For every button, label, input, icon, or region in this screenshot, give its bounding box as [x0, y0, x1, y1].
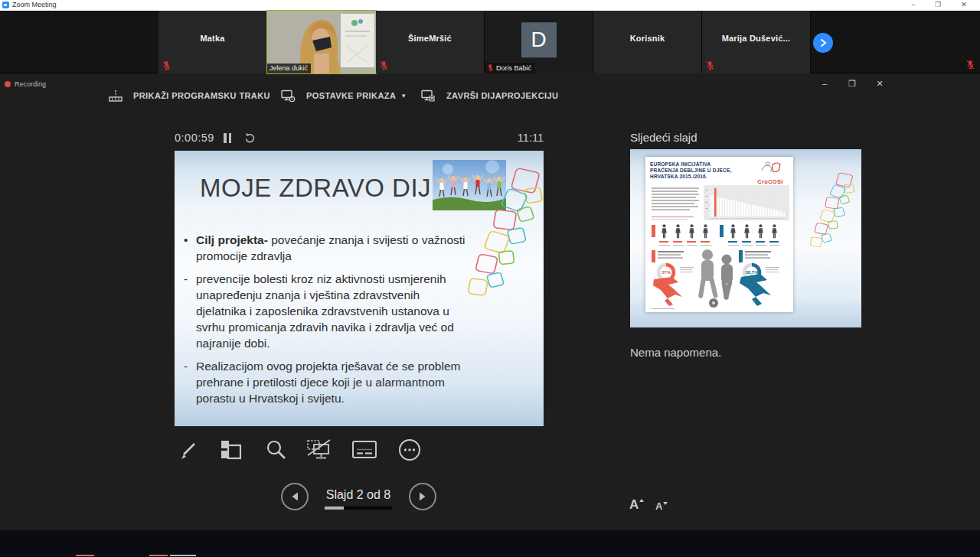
- arrow-left-icon: [290, 491, 299, 502]
- presentation-timer: 0:00:59: [175, 132, 214, 144]
- show-taskbar-label: PRIKAŽI PROGRAMSKU TRAKU: [133, 91, 270, 100]
- previous-slide-button[interactable]: [281, 483, 309, 510]
- end-slideshow-button[interactable]: ZAVRŠI DIJAPROJEKCIJU: [420, 86, 558, 106]
- participant-name: Marija Dušević...: [702, 34, 810, 43]
- participant-tile-sime[interactable]: ŠimeMršić: [376, 11, 485, 73]
- zoom-slide-button[interactable]: [263, 436, 290, 464]
- zoom-app-icon: [2, 2, 9, 8]
- bullet-marker: -: [184, 271, 196, 351]
- croatia-map-red: [652, 275, 688, 309]
- presenter-close-button[interactable]: ✕: [870, 77, 890, 90]
- pen-icon: [177, 439, 198, 461]
- show-taskbar-button[interactable]: PRIKAŽI PROGRAMSKU TRAKU: [108, 86, 270, 106]
- restart-icon: [243, 132, 256, 144]
- black-screen-button[interactable]: [305, 436, 333, 464]
- avatar: D: [521, 22, 557, 57]
- person-icon: [702, 224, 709, 239]
- participant-strip: Matka Jelena dukić: [0, 11, 980, 73]
- font-decrease-label: A: [655, 500, 662, 512]
- offscreen-participant-mic-icon: [966, 60, 975, 70]
- crocosi-logo: CroCOSI: [751, 160, 789, 185]
- font-decrease-button[interactable]: A: [655, 500, 668, 512]
- decorative-squares: [799, 171, 855, 256]
- restart-timer-button[interactable]: [243, 132, 256, 144]
- minimize-button[interactable]: –: [903, 0, 923, 10]
- next-slide-thumbnail[interactable]: EUROPSKA INICIJATIVA PRAĆENJA DEBLJINE U…: [630, 149, 861, 327]
- taskbar-icon: [108, 89, 123, 103]
- taskbar: HRV 11:11 25.12.2020: [0, 530, 980, 557]
- slide-bullet: - prevencije bolesti kroz niz aktivnosti…: [184, 271, 469, 351]
- mic-muted-icon: [162, 60, 171, 70]
- more-options-button[interactable]: [396, 436, 423, 464]
- person-icon: [771, 224, 778, 239]
- participant-name: Korisnik: [593, 34, 701, 43]
- screen-toggle-icon: [306, 438, 332, 461]
- participant-tile-marija[interactable]: Marija Dušević...: [702, 11, 811, 73]
- next-slide-button[interactable]: [409, 483, 436, 510]
- arrow-right-icon: [418, 491, 427, 502]
- slide-bullet: • Cilj projekta- povećanje znanja i svij…: [184, 232, 469, 264]
- bullet-text: Cilj projekta- povećanje znanja i svijes…: [196, 232, 469, 264]
- croatia-map-blue: [737, 272, 776, 310]
- magnifier-icon: [265, 438, 288, 461]
- participant-name: ŠimeMršić: [376, 34, 484, 43]
- display-settings-button[interactable]: POSTAVKE PRIKAZA ▼: [280, 86, 407, 106]
- avatar-initial: D: [531, 28, 546, 52]
- bullet-text: prevencije bolesti kroz niz aktivnosti u…: [196, 271, 469, 351]
- close-button[interactable]: ✕: [954, 0, 974, 10]
- participant-tile-doris[interactable]: D Doris Babić: [485, 11, 593, 73]
- recording-dot-icon: [5, 81, 11, 87]
- participant-name: Matka: [158, 34, 266, 43]
- chrome-running-indicator: [149, 555, 168, 556]
- mic-muted-icon: [706, 60, 714, 70]
- person-icon: [675, 224, 681, 239]
- bullet-marker: •: [184, 232, 196, 264]
- notes-placeholder: Nema napomena.: [630, 346, 721, 359]
- person-icon: [743, 224, 750, 239]
- display-settings-label: POSTAVKE PRIKAZA: [306, 91, 396, 100]
- participant-nametag: Doris Babić: [485, 63, 534, 73]
- display-settings-icon: [280, 89, 296, 103]
- triangle-up-icon: [639, 499, 644, 502]
- zoom-running-indicator: [170, 555, 196, 556]
- person-icon: [688, 224, 695, 239]
- bullet-text: Realizacijom ovog projekta rješavat će s…: [196, 358, 469, 406]
- presenter-restore-button[interactable]: ❐: [842, 77, 862, 90]
- slides-grid-icon: [220, 438, 243, 461]
- slide-progress-bar: [325, 507, 392, 510]
- participant-tile-matka[interactable]: Matka: [158, 11, 267, 73]
- recording-indicator: Recording: [5, 80, 46, 88]
- next-slide-poster: EUROPSKA INICIJATIVA PRAĆENJA DEBLJINE U…: [645, 157, 793, 312]
- window-title: Zoom Meeting: [12, 1, 57, 8]
- font-increase-label: A: [629, 497, 639, 513]
- pen-tool-button[interactable]: [174, 436, 201, 464]
- person-icon: [730, 224, 737, 239]
- maximize-button[interactable]: ❐: [928, 0, 948, 10]
- zoom-titlebar: Zoom Meeting – ❐ ✕: [0, 0, 980, 11]
- current-slide[interactable]: MOJE ZDRAVO DIJETE •: [175, 151, 544, 426]
- captions-button[interactable]: [351, 436, 378, 464]
- participant-name: Doris Babić: [496, 64, 531, 72]
- slide-bullet: - Realizacijom ovog projekta rješavat će…: [184, 358, 469, 406]
- bullet-marker: -: [184, 358, 196, 406]
- slide-body: • Cilj projekta- povećanje znanja i svij…: [184, 232, 469, 413]
- participant-tile-korisnik[interactable]: Korisnik: [593, 11, 702, 73]
- caret-down-icon: ▼: [400, 93, 407, 99]
- person-icon: [757, 224, 764, 239]
- slide-counter: Slajd 2 od 8: [309, 488, 407, 502]
- mic-muted-icon: [380, 60, 388, 70]
- donut-red-value: 37%: [662, 270, 671, 275]
- next-slide-heading: Sljedeći slajd: [630, 131, 697, 144]
- captions-icon: [351, 439, 377, 461]
- poster-title: EUROPSKA INICIJATIVA PRAĆENJA DEBLJINE U…: [650, 161, 742, 180]
- pause-timer-button[interactable]: [224, 133, 233, 143]
- font-increase-button[interactable]: A: [629, 497, 644, 513]
- presenter-minimize-button[interactable]: –: [815, 77, 835, 90]
- mic-muted-icon: [487, 64, 494, 72]
- see-all-slides-button[interactable]: [217, 436, 245, 464]
- participant-tile-video[interactable]: Jelena dukić: [267, 11, 376, 73]
- end-slideshow-label: ZAVRŠI DIJAPROJEKCIJU: [446, 91, 558, 100]
- more-participants-button[interactable]: [813, 33, 833, 53]
- recording-label: Recording: [15, 80, 46, 88]
- end-slideshow-icon: [420, 89, 436, 103]
